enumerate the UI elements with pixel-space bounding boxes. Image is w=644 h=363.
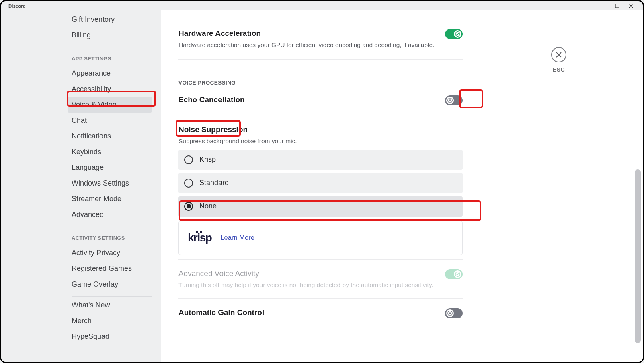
titlebar: Discord — [1, 1, 643, 10]
scrollbar[interactable] — [635, 10, 641, 361]
scrollbar-thumb[interactable] — [635, 169, 641, 343]
toggle-agc[interactable] — [445, 308, 463, 318]
setting-title: Advanced Voice Activity — [178, 269, 445, 278]
radio-option[interactable]: Standard — [178, 173, 463, 193]
sidebar-item[interactable]: Registered Games — [72, 261, 157, 276]
sidebar-item[interactable]: Billing — [72, 27, 157, 43]
sidebar-item[interactable]: Accessibility — [72, 81, 157, 97]
sidebar-item[interactable]: Windows Settings — [72, 175, 157, 191]
sidebar-item[interactable]: Merch — [72, 313, 157, 329]
minimize-button[interactable] — [597, 1, 610, 10]
radio-option[interactable]: Krisp — [178, 150, 463, 170]
sidebar-item[interactable]: Appearance — [72, 66, 157, 81]
setting-title: Automatic Gain Control — [178, 308, 264, 317]
sidebar-item[interactable]: Gift Inventory — [72, 12, 157, 27]
divider — [72, 47, 152, 47]
setting-desc: Turning this off may help if your voice … — [178, 281, 445, 289]
close-settings: ESC — [551, 47, 566, 73]
section-header-voice: VOICE PROCESSING — [178, 80, 463, 86]
krisp-promo: krisp Learn More — [178, 221, 463, 255]
divider — [72, 227, 152, 227]
toggle-adv-voice[interactable] — [445, 269, 463, 279]
sidebar-item[interactable]: Chat — [72, 113, 157, 128]
setting-title: Echo Cancellation — [178, 95, 245, 104]
sidebar-item[interactable]: Language — [72, 160, 157, 175]
toggle-echo-cancel[interactable] — [445, 95, 463, 105]
close-window-button[interactable] — [624, 1, 637, 10]
window-controls — [597, 1, 640, 10]
esc-label: ESC — [553, 66, 565, 73]
setting-agc: Automatic Gain Control — [178, 308, 463, 318]
setting-desc: Hardware acceleration uses your GPU for … — [178, 41, 445, 50]
learn-more-link[interactable]: Learn More — [220, 234, 254, 241]
toggle-hardware-accel[interactable] — [445, 29, 463, 39]
setting-echo-cancel: Echo Cancellation — [178, 95, 463, 105]
close-button[interactable] — [551, 47, 566, 62]
radio-label: None — [199, 202, 217, 210]
krisp-logo: krisp — [188, 231, 211, 244]
setting-adv-voice: Advanced Voice Activity Turning this off… — [178, 269, 463, 289]
sidebar-item[interactable]: Activity Privacy — [72, 245, 157, 261]
sidebar-item[interactable]: Game Overlay — [72, 276, 157, 292]
sidebar-item[interactable]: What's New — [72, 297, 157, 313]
sidebar-item[interactable]: Streamer Mode — [72, 191, 157, 207]
radio-label: Krisp — [199, 155, 216, 164]
setting-title: Hardware Acceleration — [178, 29, 445, 38]
sidebar-item[interactable]: Notifications — [72, 128, 157, 144]
divider — [72, 296, 152, 297]
setting-noise-title: Noise Suppression — [178, 125, 248, 134]
sidebar-item[interactable]: Voice & Video — [68, 97, 152, 113]
sidebar-item[interactable]: Keybinds — [72, 144, 157, 160]
radio-label: Standard — [199, 179, 229, 187]
sidebar-item[interactable]: HypeSquad — [72, 329, 157, 344]
app-name: Discord — [4, 3, 26, 8]
maximize-button[interactable] — [611, 1, 623, 10]
radio-icon — [184, 155, 193, 164]
setting-hardware-accel: Hardware Acceleration Hardware accelerat… — [178, 29, 463, 50]
svg-rect-1 — [615, 4, 619, 8]
sidebar-header-app: APP SETTINGS — [72, 48, 157, 66]
radio-option[interactable]: None — [178, 196, 463, 217]
settings-sidebar: Gift InventoryBilling APP SETTINGS Appea… — [1, 10, 161, 362]
radio-icon — [184, 179, 193, 188]
radio-icon — [184, 202, 193, 211]
sidebar-header-activity: ACTIVITY SETTINGS — [72, 228, 157, 245]
sidebar-item[interactable]: Advanced — [72, 207, 157, 223]
setting-desc: Suppress background noise from your mic. — [178, 137, 463, 146]
settings-content: Hardware Acceleration Hardware accelerat… — [161, 10, 643, 362]
